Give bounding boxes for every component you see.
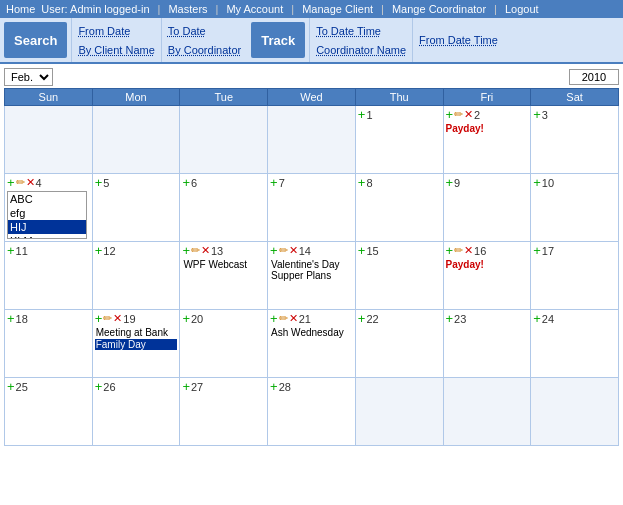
day-14-event[interactable]: Valentine's Day Supper Plans	[270, 259, 353, 281]
day-1-num: 1	[366, 109, 372, 121]
year-input[interactable]	[569, 69, 619, 85]
by-coordinator-label[interactable]: By Coordinator	[168, 44, 241, 56]
day-21-del-icon[interactable]: ✕	[289, 312, 298, 325]
coordinator-name-label[interactable]: Coordinator Name	[316, 44, 406, 56]
day-4-list-item[interactable]: KLM	[8, 234, 86, 239]
day-19-del-icon[interactable]: ✕	[113, 312, 122, 325]
day-21-add-icon[interactable]: +	[270, 311, 278, 326]
day-14-icons: +✏✕14	[270, 243, 353, 258]
day-23-add-icon[interactable]: +	[446, 311, 454, 326]
day-14-add-icon[interactable]: +	[270, 243, 278, 258]
day-6-add-icon[interactable]: +	[182, 175, 190, 190]
search-button[interactable]: Search	[4, 22, 67, 58]
day-24-add-icon[interactable]: +	[533, 311, 541, 326]
cal-day-9: +9	[443, 174, 531, 242]
cal-empty-w4-d5	[443, 378, 531, 446]
cal-week-3: +11+12+✏✕13WPF Webcast+✏✕14Valentine's D…	[5, 242, 619, 310]
day-10-add-icon[interactable]: +	[533, 175, 541, 190]
day-11-add-icon[interactable]: +	[7, 243, 15, 258]
day-16-edit-icon[interactable]: ✏	[454, 244, 463, 257]
nav-manage-coordinator[interactable]: Mange Coordinator	[392, 3, 486, 15]
day-17-add-icon[interactable]: +	[533, 243, 541, 258]
calendar-container: Feb. Sun Mon Tue Wed Thu Fri Sat +1+✏✕2P…	[0, 64, 623, 450]
day-25-add-icon[interactable]: +	[7, 379, 15, 394]
day-14-del-icon[interactable]: ✕	[289, 244, 298, 257]
day-16-del-icon[interactable]: ✕	[464, 244, 473, 257]
day-16-event[interactable]: Payday!	[446, 259, 529, 270]
nav-my-account[interactable]: My Account	[226, 3, 283, 15]
day-20-add-icon[interactable]: +	[182, 311, 190, 326]
to-date-time-label[interactable]: To Date Time	[316, 25, 406, 37]
day-3-num: 3	[542, 109, 548, 121]
day-4-list-item[interactable]: efg	[8, 206, 86, 220]
day-4-list[interactable]: ABCefgHIJKLM	[7, 191, 87, 239]
day-2-del-icon[interactable]: ✕	[464, 108, 473, 121]
day-7-num: 7	[279, 177, 285, 189]
day-4-list-item[interactable]: ABC	[8, 192, 86, 206]
to-date-label[interactable]: To Date	[168, 25, 241, 37]
cal-day-22: +22	[355, 310, 443, 378]
day-19-event[interactable]: Meeting at Bank	[95, 327, 178, 338]
day-13-del-icon[interactable]: ✕	[201, 244, 210, 257]
day-19-edit-icon[interactable]: ✏	[103, 312, 112, 325]
day-4-list-item[interactable]: HIJ	[8, 220, 86, 234]
nav-logout[interactable]: Logout	[505, 3, 539, 15]
by-client-name-label[interactable]: By Client Name	[78, 44, 154, 56]
day-28-num: 28	[279, 381, 291, 393]
day-13-add-icon[interactable]: +	[182, 243, 190, 258]
day-2-add-icon[interactable]: +	[446, 107, 454, 122]
day-5-add-icon[interactable]: +	[95, 175, 103, 190]
nav-masters[interactable]: Masters	[168, 3, 207, 15]
day-18-add-icon[interactable]: +	[7, 311, 15, 326]
month-select[interactable]: Feb.	[4, 68, 53, 86]
day-2-event[interactable]: Payday!	[446, 123, 529, 134]
day-13-event[interactable]: WPF Webcast	[182, 259, 265, 270]
day-27-num: 27	[191, 381, 203, 393]
cal-week-1: +1+✏✕2Payday!+3	[5, 106, 619, 174]
day-4-icons: +✏✕4	[7, 175, 90, 190]
from-date-time-label[interactable]: From Date Time	[419, 34, 498, 46]
day-22-add-icon[interactable]: +	[358, 311, 366, 326]
day-23-num: 23	[454, 313, 466, 325]
col-sun: Sun	[5, 89, 93, 106]
day-4-edit-icon[interactable]: ✏	[16, 176, 25, 189]
day-3-add-icon[interactable]: +	[533, 107, 541, 122]
day-13-num: 13	[211, 245, 223, 257]
cal-day-25: +25	[5, 378, 93, 446]
day-12-add-icon[interactable]: +	[95, 243, 103, 258]
cal-day-19: +✏✕19Meeting at BankFamily Day	[92, 310, 180, 378]
day-9-add-icon[interactable]: +	[446, 175, 454, 190]
day-27-add-icon[interactable]: +	[182, 379, 190, 394]
col-tue: Tue	[180, 89, 268, 106]
day-26-add-icon[interactable]: +	[95, 379, 103, 394]
day-28-add-icon[interactable]: +	[270, 379, 278, 394]
day-2-edit-icon[interactable]: ✏	[454, 108, 463, 121]
nav-manage-client[interactable]: Manage Client	[302, 3, 373, 15]
cal-day-21: +✏✕21Ash Wednesday	[268, 310, 356, 378]
day-6-num: 6	[191, 177, 197, 189]
day-14-edit-icon[interactable]: ✏	[279, 244, 288, 257]
day-1-add-icon[interactable]: +	[358, 107, 366, 122]
toolbar: Search From Date By Client Name To Date …	[0, 18, 623, 64]
day-21-edit-icon[interactable]: ✏	[279, 312, 288, 325]
day-7-add-icon[interactable]: +	[270, 175, 278, 190]
day-1-icons: +1	[358, 107, 441, 122]
day-8-add-icon[interactable]: +	[358, 175, 366, 190]
nav-home[interactable]: Home	[6, 3, 35, 15]
day-19-event[interactable]: Family Day	[95, 339, 178, 350]
from-date-label[interactable]: From Date	[78, 25, 154, 37]
day-12-num: 12	[103, 245, 115, 257]
from-date-time-section: From Date Time	[412, 18, 504, 62]
day-21-event[interactable]: Ash Wednesday	[270, 327, 353, 338]
col-sat: Sat	[531, 89, 619, 106]
cal-day-13: +✏✕13WPF Webcast	[180, 242, 268, 310]
day-17-num: 17	[542, 245, 554, 257]
cal-week-5: +25+26+27+28	[5, 378, 619, 446]
track-button[interactable]: Track	[251, 22, 305, 58]
day-4-add-icon[interactable]: +	[7, 175, 15, 190]
day-15-add-icon[interactable]: +	[358, 243, 366, 258]
day-16-add-icon[interactable]: +	[446, 243, 454, 258]
day-13-edit-icon[interactable]: ✏	[191, 244, 200, 257]
day-19-add-icon[interactable]: +	[95, 311, 103, 326]
day-4-del-icon[interactable]: ✕	[26, 176, 35, 189]
